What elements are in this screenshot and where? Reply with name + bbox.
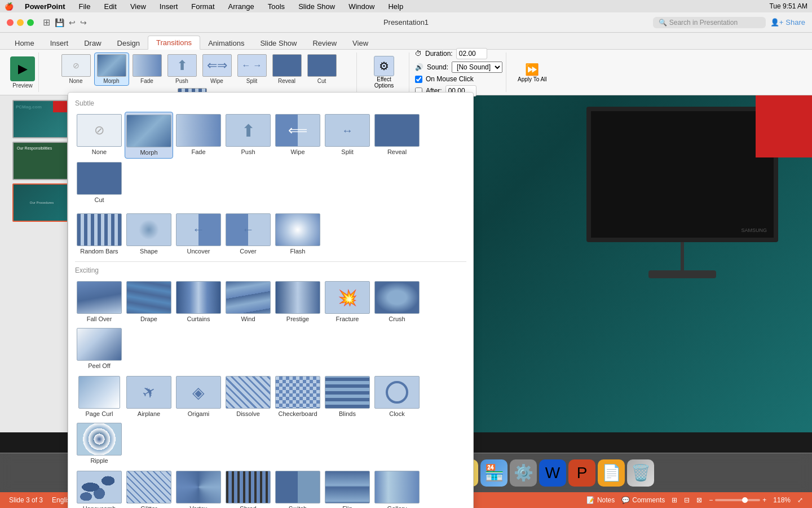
maximize-button[interactable] xyxy=(27,19,34,26)
transition-option-split[interactable]: ↔ Split xyxy=(323,112,372,159)
transition-option-wipe[interactable]: ⟸ Wipe xyxy=(273,112,322,159)
transition-option-gallery[interactable]: Gallery xyxy=(373,468,421,508)
help-menu[interactable]: Help xyxy=(386,2,405,11)
transition-option-clock[interactable]: Clock xyxy=(373,374,421,419)
transition-option-blinds[interactable]: Blinds xyxy=(323,374,372,419)
duration-input[interactable] xyxy=(456,48,487,59)
transition-fade[interactable]: Fade xyxy=(130,53,164,85)
format-menu[interactable]: Format xyxy=(189,2,217,11)
transition-wipe[interactable]: ⇐⇒ Wipe xyxy=(200,53,234,85)
insert-menu[interactable]: Insert xyxy=(157,2,180,11)
tab-slideshow[interactable]: Slide Show xyxy=(252,37,304,50)
minimize-button[interactable] xyxy=(17,19,24,26)
transition-option-page-curl[interactable]: Page Curl xyxy=(75,374,123,419)
tab-review[interactable]: Review xyxy=(304,37,345,50)
slide-1-thumbnail[interactable]: PCMag.com xyxy=(12,100,68,138)
edit-menu[interactable]: Edit xyxy=(102,2,118,11)
transition-option-curtains[interactable]: Curtains xyxy=(174,279,223,325)
redo-icon[interactable]: ↪ xyxy=(80,18,87,27)
transition-option-prestige[interactable]: Prestige xyxy=(273,279,322,325)
view-normal-icon[interactable]: ⊞ xyxy=(672,496,677,504)
peel-off-label: Peel Off xyxy=(88,362,111,369)
transition-option-none[interactable]: ⊘ None xyxy=(75,112,123,159)
transition-option-crush[interactable]: Crush xyxy=(373,279,421,325)
on-mouse-click-checkbox[interactable] xyxy=(415,76,422,83)
dock-appstore[interactable]: 🏪 xyxy=(480,459,508,487)
notes-button[interactable]: 📝 Notes xyxy=(586,496,615,504)
zoom-out-button[interactable]: − xyxy=(709,496,713,504)
transition-option-drape[interactable]: Drape xyxy=(125,279,173,325)
share-button[interactable]: 👤+ Share xyxy=(770,18,805,27)
close-button[interactable] xyxy=(7,19,14,26)
transition-morph[interactable]: Morph xyxy=(94,52,129,86)
preview-button[interactable]: ▶ xyxy=(10,56,35,81)
zoom-in-button[interactable]: + xyxy=(762,496,766,504)
apply-all-button[interactable]: ⏩ Apply To All xyxy=(512,60,553,85)
push-label: Push xyxy=(241,148,255,155)
view-menu[interactable]: View xyxy=(128,2,148,11)
transition-option-morph[interactable]: Morph xyxy=(125,112,173,159)
transition-reveal[interactable]: Reveal xyxy=(270,53,304,85)
transition-option-push[interactable]: ⬆ Push xyxy=(224,112,272,159)
transition-option-checkerboard[interactable]: Checkerboard xyxy=(273,374,322,419)
dock-word[interactable]: W xyxy=(539,459,566,487)
tab-design[interactable]: Design xyxy=(109,37,148,50)
transition-option-switch[interactable]: Switch xyxy=(273,468,322,508)
slide-2-thumbnail[interactable]: Our Responsibilities xyxy=(12,142,68,180)
transition-option-cut[interactable]: Cut xyxy=(75,160,123,205)
transition-option-flip[interactable]: Flip xyxy=(323,468,372,508)
search-box[interactable]: 🔍 Search in Presentation xyxy=(653,17,766,28)
sidebar-icon[interactable]: ⊞ xyxy=(43,17,50,28)
transition-option-honeycomb[interactable]: Honeycomb xyxy=(75,468,123,508)
transition-option-peel-off[interactable]: Peel Off xyxy=(75,326,123,371)
file-menu[interactable]: File xyxy=(77,2,93,11)
app-name[interactable]: PowerPoint xyxy=(23,2,68,11)
tab-view[interactable]: View xyxy=(345,37,376,50)
tools-menu[interactable]: Tools xyxy=(266,2,287,11)
transition-option-shape[interactable]: Shape xyxy=(125,211,173,257)
tab-home[interactable]: Home xyxy=(7,37,42,50)
comments-button[interactable]: 💬 Comments xyxy=(621,496,665,504)
transition-option-airplane[interactable]: ✈ Airplane xyxy=(125,374,173,419)
window-menu[interactable]: Window xyxy=(346,2,377,11)
transition-option-random-bars[interactable]: Random Bars xyxy=(75,211,123,257)
transition-push[interactable]: ⬆ Push xyxy=(165,53,199,85)
transition-option-vortex[interactable]: Vortex xyxy=(174,468,223,508)
dock-trash[interactable]: 🗑️ xyxy=(627,459,654,487)
transition-option-uncover[interactable]: ← Uncover xyxy=(174,211,223,257)
slideshow-menu[interactable]: Slide Show xyxy=(296,2,337,11)
transition-option-wind[interactable]: Wind xyxy=(224,279,272,325)
transition-cut[interactable]: Cut xyxy=(305,53,339,85)
sound-select[interactable]: [No Sound] xyxy=(452,62,502,73)
transition-option-flash[interactable]: Flash xyxy=(273,211,322,257)
zoom-slider[interactable] xyxy=(715,499,760,501)
transition-option-ripple[interactable]: Ripple xyxy=(75,421,123,466)
dock-pages[interactable]: 📄 xyxy=(598,459,625,487)
transition-option-cover[interactable]: ← Cover xyxy=(224,211,272,257)
tab-insert[interactable]: Insert xyxy=(42,37,77,50)
transition-option-fracture[interactable]: 💥 Fracture xyxy=(323,279,372,325)
apple-menu[interactable]: 🍎 xyxy=(5,2,14,11)
transition-option-fall-over[interactable]: Fall Over xyxy=(75,279,123,325)
view-reading-icon[interactable]: ⊠ xyxy=(696,496,702,504)
arrange-menu[interactable]: Arrange xyxy=(226,2,257,11)
tab-draw[interactable]: Draw xyxy=(76,37,109,50)
transition-option-reveal[interactable]: Reveal xyxy=(373,112,421,159)
dock-system-prefs[interactable]: ⚙️ xyxy=(510,459,537,487)
transition-option-fade[interactable]: Fade xyxy=(174,112,223,159)
transition-option-shred[interactable]: Shred xyxy=(224,468,272,508)
effect-options-button[interactable]: ⚙ Effect Options xyxy=(363,54,405,91)
fit-window-icon[interactable]: ⤢ xyxy=(797,496,803,504)
transition-none[interactable]: ⊘ None xyxy=(59,53,93,85)
tab-transitions[interactable]: Transitions xyxy=(148,36,200,50)
view-slide-sorter-icon[interactable]: ⊟ xyxy=(684,496,690,504)
dock-powerpoint[interactable]: P xyxy=(568,459,595,487)
undo-icon[interactable]: ↩ xyxy=(69,18,76,27)
transition-split[interactable]: ←→ Split xyxy=(235,53,269,85)
save-icon[interactable]: 💾 xyxy=(55,18,64,27)
transition-option-origami[interactable]: ◈ Origami xyxy=(174,374,223,419)
tab-animations[interactable]: Animations xyxy=(200,37,252,50)
slide-3-thumbnail[interactable]: Our Procedures xyxy=(12,183,68,222)
transition-option-glitter[interactable]: Glitter xyxy=(125,468,173,508)
transition-option-dissolve[interactable]: Dissolve xyxy=(224,374,272,419)
